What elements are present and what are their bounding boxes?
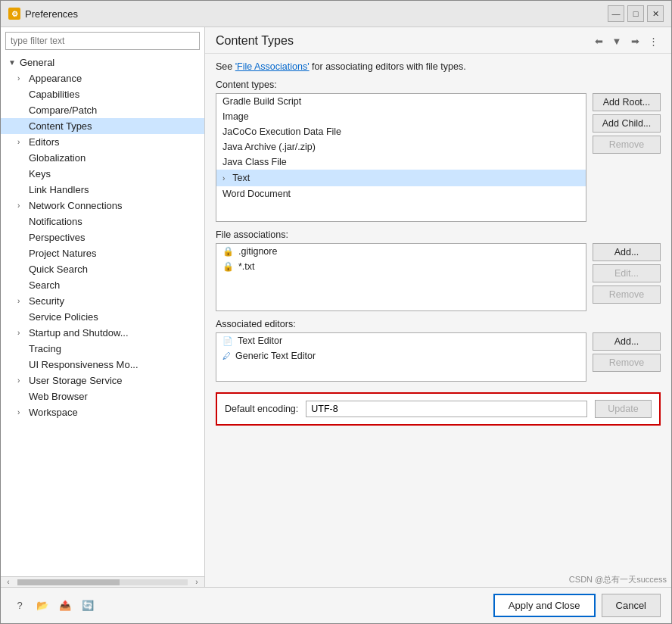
gradle-label: Gradle Build Script [222,96,301,107]
search-label: Search [29,279,60,291]
content-types-listbox[interactable]: Gradle Build Script Image JaCoCo Executi… [216,93,586,222]
text-expand-arrow: › [222,174,225,183]
list-item-image[interactable]: Image [216,109,586,124]
gitignore-label: .gitignore [238,246,277,257]
file-assoc-add-button[interactable]: Add... [593,243,661,261]
export-icon[interactable]: 📂 [34,597,51,614]
help-icon[interactable]: ? [11,597,28,614]
file-associations-row: 🔒 .gitignore 🔒 *.txt Add... [216,243,661,311]
list-item-txt[interactable]: 🔒 *.txt [216,259,586,274]
encoding-input[interactable] [306,401,587,417]
panel-body: See 'File Associations' for associating … [205,54,671,573]
editors-label: Editors [29,136,59,148]
sidebar-item-service-policies[interactable]: Service Policies [1,309,204,325]
sidebar-item-editors[interactable]: › Editors [1,134,204,150]
close-button[interactable]: ✕ [647,5,664,22]
sidebar-item-ui-responsiveness[interactable]: UI Responsiveness Mo... [1,357,204,373]
apply-close-button[interactable]: Apply and Close [493,594,596,617]
assoc-editor-add-button[interactable]: Add... [593,332,661,351]
file-associations-listbox[interactable]: 🔒 .gitignore 🔒 *.txt [216,243,586,311]
sidebar-item-capabilities[interactable]: Capabilities [1,86,204,102]
hscrollbar-track[interactable] [17,579,188,585]
capabilities-spacer [17,90,26,98]
tree-container: ▼ General › Appearance Capabilities Comp… [1,55,204,576]
sidebar-item-notifications[interactable]: Notifications [1,214,204,229]
sidebar-item-keys[interactable]: Keys [1,166,204,182]
list-item-java-archive[interactable]: Java Archive (.jar/.zip) [216,139,586,154]
file-assoc-edit-button[interactable]: Edit... [593,264,661,282]
sidebar-item-content-types[interactable]: Content Types [1,118,204,134]
sidebar-item-general[interactable]: ▼ General [1,55,204,70]
dropdown-icon[interactable]: ▼ [609,33,624,48]
list-item-gitignore[interactable]: 🔒 .gitignore [216,244,586,259]
list-item-generic-editor[interactable]: 🖊 Generic Text Editor [216,348,586,363]
text-label: Text [229,172,253,184]
window-controls: — □ ✕ [608,5,664,22]
sidebar-item-search[interactable]: Search [1,277,204,293]
import-icon[interactable]: 📤 [57,597,73,614]
list-item-text[interactable]: › Text [216,170,586,186]
generic-editor-label: Generic Text Editor [235,351,316,361]
globalization-label: Globalization [29,152,86,164]
sidebar-item-startup-shutdown[interactable]: › Startup and Shutdow... [1,325,204,341]
list-item-java-class[interactable]: Java Class File [216,154,586,170]
refresh-icon[interactable]: 🔄 [79,597,96,614]
word-label: Word Document [222,189,291,199]
scroll-left-btn[interactable]: ‹ [1,578,16,586]
list-item-jacoco[interactable]: JaCoCo Execution Data File [216,124,586,139]
associated-editors-row: 📄 Text Editor 🖊 Generic Text Editor Ad [216,332,661,382]
text-editor-label: Text Editor [238,335,282,346]
appearance-label: Appearance [29,73,82,84]
associated-editors-section: Associated editors: 📄 Text Editor 🖊 [216,319,661,382]
sidebar-item-workspace[interactable]: › Workspace [1,404,204,420]
filter-input[interactable] [5,32,200,50]
add-root-button[interactable]: Add Root... [593,93,661,111]
header-icons: ⬅ ▼ ➡ ⋮ [591,33,661,48]
sidebar-item-link-handlers[interactable]: Link Handlers [1,182,204,198]
user-storage-arrow: › [17,376,26,385]
update-encoding-button[interactable]: Update [595,400,652,418]
sidebar-item-quick-search[interactable]: Quick Search [1,261,204,277]
menu-icon[interactable]: ⋮ [646,33,661,48]
startup-shutdown-label: Startup and Shutdow... [29,327,129,339]
add-child-button[interactable]: Add Child... [593,114,661,133]
file-associations-section-label: File associations: [216,229,661,240]
sidebar-item-project-natures[interactable]: Project Natures [1,245,204,261]
assoc-editor-remove-button[interactable]: Remove [593,354,661,372]
link-handlers-label: Link Handlers [29,184,89,195]
hscrollbar-thumb[interactable] [17,579,120,585]
preferences-window: ⚙ Preferences — □ ✕ ▼ General › Appearan… [0,0,672,624]
minimize-button[interactable]: — [608,5,624,22]
sidebar-item-appearance[interactable]: › Appearance [1,70,204,86]
gitignore-lock-icon: 🔒 [222,246,234,257]
list-item-gradle[interactable]: Gradle Build Script [216,94,586,109]
user-storage-label: User Storage Service [29,375,123,386]
remove-content-type-button[interactable]: Remove [593,136,661,154]
sidebar-item-network-connections[interactable]: › Network Connections [1,198,204,214]
sidebar-hscroll[interactable]: ‹ › [1,576,204,587]
sidebar-item-perspectives[interactable]: Perspectives [1,229,204,245]
sidebar-item-globalization[interactable]: Globalization [1,150,204,166]
scroll-right-btn[interactable]: › [189,578,204,586]
generic-editor-icon: 🖊 [222,351,231,360]
text-editor-icon: 📄 [222,336,233,346]
list-item-word[interactable]: Word Document [216,186,586,201]
file-assoc-remove-button[interactable]: Remove [593,285,661,304]
maximize-button[interactable]: □ [627,5,644,22]
sidebar-item-web-browser[interactable]: Web Browser [1,388,204,404]
bottom-icons: ? 📂 📤 🔄 [11,597,96,614]
sidebar-item-compare-patch[interactable]: Compare/Patch [1,102,204,118]
forward-icon[interactable]: ➡ [627,33,642,48]
content-type-buttons: Add Root... Add Child... Remove [593,93,661,154]
sidebar-item-tracing[interactable]: Tracing [1,341,204,357]
file-associations-link[interactable]: 'File Associations' [235,61,310,72]
sidebar: ▼ General › Appearance Capabilities Comp… [1,27,205,587]
back-icon[interactable]: ⬅ [591,33,606,48]
compare-patch-label: Compare/Patch [29,105,97,116]
cancel-button[interactable]: Cancel [602,594,661,617]
panel-title: Content Types [216,34,294,48]
sidebar-item-user-storage[interactable]: › User Storage Service [1,373,204,388]
list-item-text-editor[interactable]: 📄 Text Editor [216,333,586,348]
sidebar-item-security[interactable]: › Security [1,293,204,309]
associated-editors-listbox[interactable]: 📄 Text Editor 🖊 Generic Text Editor [216,332,586,382]
